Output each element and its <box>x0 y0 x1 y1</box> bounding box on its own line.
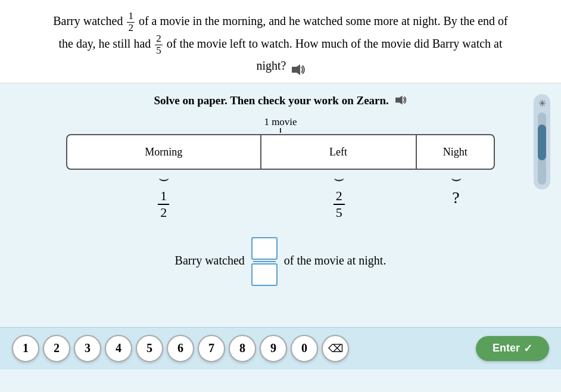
fraction-morning-num: 1 <box>158 188 169 205</box>
bar-section-morning: Morning <box>67 135 261 169</box>
fraction-two-fifths: 2 5 <box>155 33 163 56</box>
scrollbar-widget[interactable]: ✳ <box>534 94 550 189</box>
night-label: Night <box>443 146 468 158</box>
num-btn-6[interactable]: 6 <box>167 335 194 362</box>
fraction-line <box>253 261 276 262</box>
num-btn-9[interactable]: 9 <box>260 335 287 362</box>
brace-morning-arrow: ⌣ <box>158 172 169 185</box>
svg-marker-0 <box>292 64 300 75</box>
num-btn-5[interactable]: 5 <box>136 335 163 362</box>
num-btn-4[interactable]: 4 <box>105 335 132 362</box>
enter-label: Enter <box>493 342 520 354</box>
scroll-track[interactable] <box>538 113 546 185</box>
fraction-half-denominator: 2 <box>127 23 135 34</box>
answer-pre-text: Barry watched <box>175 253 245 266</box>
num-btn-1[interactable]: 1 <box>12 335 39 362</box>
num-btn-7[interactable]: 7 <box>198 335 225 362</box>
bar-diagram: 1 movie Morning Left Night ⌣ 1 2 <box>66 116 495 220</box>
numpad-area: 1 2 3 4 5 6 7 8 9 0 ⌫ Enter ✓ <box>0 327 561 369</box>
answer-post-text: of the movie at night. <box>284 253 387 266</box>
question-line2-pre: the day, he still had <box>58 37 151 50</box>
fraction-input[interactable] <box>251 237 278 286</box>
enter-check-icon: ✓ <box>523 342 532 355</box>
brace-left-arrow: ⌣ <box>334 172 344 185</box>
question-line2: the day, he still had 2 5 of the movie l… <box>18 33 543 56</box>
fraction-left-num: 2 <box>334 188 345 205</box>
fraction-two-fifths-numerator: 2 <box>155 33 163 45</box>
scroll-thumb[interactable] <box>538 125 546 160</box>
svg-marker-1 <box>395 96 403 105</box>
bar-section-left: Left <box>261 135 417 169</box>
num-btn-8[interactable]: 8 <box>229 335 256 362</box>
delete-button[interactable]: ⌫ <box>322 335 349 362</box>
fraction-left-den: 5 <box>334 205 345 220</box>
bar-labels-row: ⌣ 1 2 ⌣ 2 5 ⌣ ? <box>66 172 495 220</box>
brace-night: ⌣ ? <box>417 172 495 220</box>
bar-wrapper: Morning Left Night <box>66 134 495 170</box>
question-area: Barry watched 1 2 of a movie in the morn… <box>0 0 561 83</box>
audio-icon-solve[interactable] <box>395 95 407 107</box>
one-movie-label: 1 movie <box>66 116 495 133</box>
solve-instruction: Solve on paper. Then check your work on … <box>18 94 543 108</box>
fraction-half-numerator: 1 <box>127 11 135 23</box>
numerator-input-box[interactable] <box>251 237 278 260</box>
fraction-left-display: 2 5 <box>334 188 345 220</box>
answer-section: Barry watched of the movie at night. <box>18 237 543 286</box>
fraction-morning-display: 1 2 <box>158 188 169 220</box>
enter-button[interactable]: Enter ✓ <box>476 336 549 361</box>
num-btn-2[interactable]: 2 <box>43 335 70 362</box>
morning-label: Morning <box>145 146 182 158</box>
left-label: Left <box>329 146 347 158</box>
num-btn-0[interactable]: 0 <box>291 335 318 362</box>
fraction-morning-den: 2 <box>158 205 169 220</box>
fraction-half: 1 2 <box>127 11 135 33</box>
main-area: ✳ Solve on paper. Then check your work o… <box>0 83 561 369</box>
question-line1-pre: Barry watched <box>53 14 123 27</box>
question-line3: night? <box>18 57 543 74</box>
brace-left: ⌣ 2 5 <box>261 172 417 220</box>
numpad-buttons: 1 2 3 4 5 6 7 8 9 0 ⌫ <box>12 335 349 362</box>
night-question-mark: ? <box>452 188 459 207</box>
fraction-two-fifths-denominator: 5 <box>155 45 163 57</box>
question-line2-post: of the movie left to watch. How much of … <box>167 37 503 50</box>
audio-icon-question[interactable] <box>292 62 305 71</box>
bar-section-night: Night <box>417 135 494 169</box>
question-line1-post: of a movie in the morning, and he watche… <box>139 14 508 27</box>
num-btn-3[interactable]: 3 <box>74 335 101 362</box>
question-night-text: night? <box>257 59 286 72</box>
brace-morning: ⌣ 1 2 <box>66 172 261 220</box>
denominator-input-box[interactable] <box>251 263 278 286</box>
brace-night-arrow: ⌣ <box>451 172 462 185</box>
scroll-star-icon: ✳ <box>538 98 546 109</box>
question-line1: Barry watched 1 2 of a movie in the morn… <box>18 11 543 33</box>
